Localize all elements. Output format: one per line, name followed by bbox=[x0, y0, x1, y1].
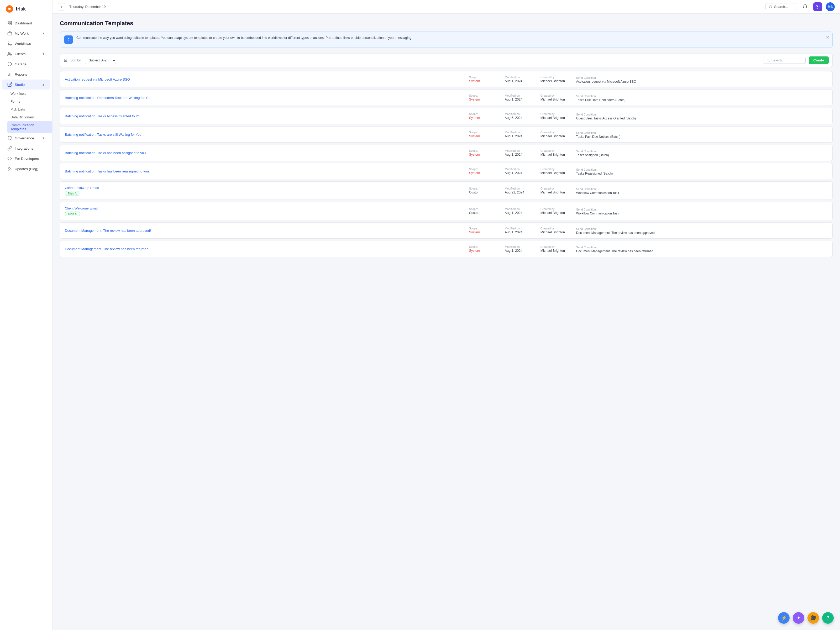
send-condition-label: Send Condition: bbox=[576, 227, 597, 231]
created-value: Michael Brighton bbox=[540, 191, 572, 194]
template-row: Client Welcome Email Trish AI Scope: Cus… bbox=[60, 202, 833, 220]
modified-value: Aug 5, 2024 bbox=[505, 116, 536, 120]
send-condition-label: Send Condition: bbox=[576, 188, 597, 191]
template-created-col: Created by: Michael Brighton bbox=[540, 245, 572, 253]
scope-label: Scope: bbox=[469, 167, 501, 171]
template-menu-button[interactable]: ⋮ bbox=[820, 112, 828, 120]
template-menu-button[interactable]: ⋮ bbox=[820, 76, 828, 83]
send-condition-label: Send Condition: bbox=[576, 113, 597, 116]
create-button[interactable]: Create bbox=[809, 57, 829, 64]
template-modified-col: Modified on: Aug 1, 2024 bbox=[505, 207, 536, 215]
template-menu-button[interactable]: ⋮ bbox=[820, 149, 828, 156]
template-name-link[interactable]: Batching notification. Reminders Task ar… bbox=[65, 96, 152, 100]
sidebar-item-forms-sub[interactable]: Forms bbox=[7, 98, 52, 105]
filter-icon[interactable]: ⊟ bbox=[64, 58, 67, 63]
fab-camera-button[interactable]: 🎥 bbox=[807, 612, 819, 624]
send-condition-label: Send Condition: bbox=[576, 131, 597, 134]
modified-label: Modified on: bbox=[505, 207, 536, 210]
template-menu-button[interactable]: ⋮ bbox=[820, 167, 828, 175]
collapse-sidebar-button[interactable]: ‹ bbox=[58, 3, 65, 11]
fab-sparkle-button[interactable]: ✦ bbox=[793, 612, 804, 624]
template-name-link[interactable]: Client Follow-up Email bbox=[65, 186, 99, 190]
template-name-link[interactable]: Batching notification. Tasks are still W… bbox=[65, 133, 142, 136]
notification-button[interactable] bbox=[801, 2, 810, 11]
send-condition-label: Send Condition: bbox=[576, 95, 597, 98]
svg-point-13 bbox=[8, 170, 9, 171]
template-name-link[interactable]: Batching notification. Tasks has been as… bbox=[65, 151, 146, 155]
scope-value: System bbox=[469, 153, 501, 156]
scope-value: System bbox=[469, 134, 501, 138]
template-name-link[interactable]: Client Welcome Email bbox=[65, 206, 98, 210]
scope-value: Custom bbox=[469, 191, 501, 194]
template-menu-button[interactable]: ⋮ bbox=[820, 245, 828, 253]
template-created-col: Created by: Michael Brighton bbox=[540, 131, 572, 138]
template-scope-col: Scope: System bbox=[469, 245, 501, 253]
modified-label: Modified on: bbox=[505, 167, 536, 171]
template-name-link[interactable]: Document Management. The review has been… bbox=[65, 247, 149, 251]
sidebar-item-workflows-sub[interactable]: Workflows bbox=[7, 90, 52, 97]
sidebar-item-workflows[interactable]: Workflows bbox=[2, 39, 50, 49]
user-avatar[interactable]: MB bbox=[826, 2, 835, 11]
send-condition-label: Send Condition: bbox=[576, 168, 597, 171]
rss-icon bbox=[7, 166, 12, 171]
template-name-col: Batching notification. Reminders Task ar… bbox=[65, 95, 465, 100]
template-search[interactable]: Search... bbox=[764, 57, 805, 64]
template-modified-col: Modified on: Aug 21, 2024 bbox=[505, 187, 536, 194]
sidebar-item-studio[interactable]: Studio ▲ bbox=[2, 79, 50, 90]
info-banner-close-button[interactable]: ✕ bbox=[826, 35, 829, 40]
scope-value: System bbox=[469, 171, 501, 175]
fab-area: ⚡ ✦ 🎥 ? bbox=[778, 612, 834, 624]
sidebar-item-data-dictionary-sub[interactable]: Data Dictionary bbox=[7, 114, 52, 121]
template-row: Document Management. The review has been… bbox=[60, 222, 833, 238]
fab-lightning-button[interactable]: ⚡ bbox=[778, 612, 789, 624]
topbar-search[interactable]: Search... bbox=[766, 3, 797, 10]
sort-select[interactable]: Subject: A-Z Subject: Z-A Modified Date … bbox=[85, 57, 116, 64]
template-menu-button[interactable]: ⋮ bbox=[820, 187, 828, 194]
template-menu-button[interactable]: ⋮ bbox=[820, 131, 828, 138]
sidebar-item-reports[interactable]: Reports bbox=[2, 69, 50, 79]
sidebar-item-pick-lists-sub[interactable]: Pick Lists bbox=[7, 106, 52, 113]
send-condition-value: Document Management. The review has been… bbox=[576, 249, 816, 253]
sidebar-item-my-work[interactable]: My Work ▼ bbox=[2, 28, 50, 38]
logo[interactable]: trisk bbox=[0, 0, 52, 18]
sidebar-item-for-developers[interactable]: For Developers bbox=[2, 153, 50, 164]
workflow-icon bbox=[7, 41, 12, 46]
scope-value: Custom bbox=[469, 211, 501, 215]
sidebar-item-garage[interactable]: Garage bbox=[2, 59, 50, 69]
template-name-link[interactable]: Document Management. The review has been… bbox=[65, 229, 151, 232]
send-condition-value: Activation request via Microsoft Azure S… bbox=[576, 80, 816, 84]
template-menu-button[interactable]: ⋮ bbox=[820, 94, 828, 101]
template-name-link[interactable]: Batching notification. Tasks has been re… bbox=[65, 169, 149, 173]
template-row: Batching notification. Tasks has been re… bbox=[60, 163, 833, 179]
sidebar-item-communication-templates-sub[interactable]: Communication Templates bbox=[7, 121, 52, 133]
modified-value: Aug 1, 2024 bbox=[505, 134, 536, 138]
template-name-link[interactable]: Batching notification. Tasks Access Gran… bbox=[65, 114, 142, 118]
modified-value: Aug 1, 2024 bbox=[505, 231, 536, 234]
template-created-col: Created by: Michael Brighton bbox=[540, 76, 572, 83]
template-row: Batching notification. Reminders Task ar… bbox=[60, 90, 833, 106]
template-modified-col: Modified on: Aug 1, 2024 bbox=[505, 131, 536, 138]
template-name-col: Batching notification. Tasks has been as… bbox=[65, 150, 465, 155]
sidebar-item-clients[interactable]: Clients ▼ bbox=[2, 49, 50, 59]
send-condition-value: Document Management. The review has been… bbox=[576, 231, 816, 235]
ai-avatar[interactable] bbox=[813, 2, 822, 11]
created-label: Created by: bbox=[540, 187, 572, 190]
sidebar-item-dashboard[interactable]: Dashboard bbox=[2, 18, 50, 28]
trish-ai-badge: Trish AI bbox=[65, 212, 81, 216]
sidebar-item-updates-blog[interactable]: Updates (Blog) bbox=[2, 164, 50, 174]
clients-arrow: ▼ bbox=[42, 52, 45, 55]
sidebar-item-governance[interactable]: Governance ▼ bbox=[2, 133, 50, 143]
template-menu-button[interactable]: ⋮ bbox=[820, 207, 828, 215]
template-name-col: Batching notification. Tasks Access Gran… bbox=[65, 114, 465, 118]
template-send-col: Send Condition: Document Management. The… bbox=[576, 245, 816, 253]
fab-help-button[interactable]: ? bbox=[822, 612, 834, 624]
template-name-link[interactable]: Activation request via Microsoft Azure S… bbox=[65, 77, 130, 81]
sidebar-item-integrations[interactable]: Integrations bbox=[2, 143, 50, 153]
info-banner-text: Communicate the way you want using edita… bbox=[76, 35, 828, 40]
sidebar: trisk Dashboard My Work ▼ Workflows Clie… bbox=[0, 0, 52, 630]
template-menu-button[interactable]: ⋮ bbox=[820, 227, 828, 234]
info-banner-icon: ? bbox=[64, 35, 73, 44]
created-label: Created by: bbox=[540, 94, 572, 97]
template-scope-col: Scope: System bbox=[469, 227, 501, 234]
sidebar-item-updates-blog-label: Updates (Blog) bbox=[15, 167, 38, 171]
